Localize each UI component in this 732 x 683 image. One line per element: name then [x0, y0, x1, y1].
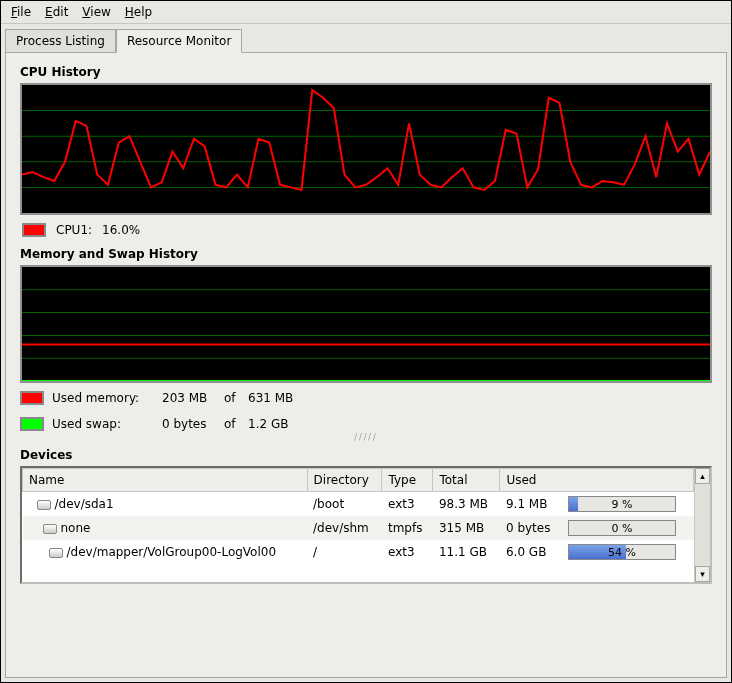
- cpu-history-title: CPU History: [20, 65, 712, 79]
- device-used: 0 bytes: [500, 516, 562, 540]
- device-total: 11.1 GB: [433, 540, 500, 564]
- used-memory-value: 203 MB: [162, 391, 224, 405]
- device-total: 315 MB: [433, 516, 500, 540]
- disk-icon: [37, 500, 51, 510]
- devices-table: Name Directory Type Total Used /dev/sda1…: [22, 468, 694, 564]
- used-swap-value: 0 bytes: [162, 417, 224, 431]
- menu-file[interactable]: File: [11, 5, 31, 19]
- device-name: /dev/sda1: [55, 497, 114, 511]
- disk-icon: [43, 524, 57, 534]
- memory-history-chart: [20, 265, 712, 383]
- used-memory-label: Used memory:: [52, 391, 162, 405]
- tab-process-listing[interactable]: Process Listing: [5, 29, 116, 53]
- usage-percent: 0 %: [569, 521, 675, 535]
- total-swap-value: 1.2 GB: [248, 417, 308, 431]
- scroll-up-icon[interactable]: ▴: [695, 468, 710, 484]
- device-used: 9.1 MB: [500, 492, 562, 517]
- col-name[interactable]: Name: [23, 469, 308, 492]
- used-memory-of: of: [224, 391, 248, 405]
- total-memory-value: 631 MB: [248, 391, 308, 405]
- memory-history-title: Memory and Swap History: [20, 247, 712, 261]
- usage-bar: 0 %: [568, 520, 676, 536]
- device-directory: /dev/shm: [307, 516, 382, 540]
- device-directory: /boot: [307, 492, 382, 517]
- table-row[interactable]: /dev/mapper/VolGroup00-LogVol00 / ext3 1…: [23, 540, 694, 564]
- table-row[interactable]: /dev/sda1 /boot ext3 98.3 MB 9.1 MB 9 %: [23, 492, 694, 517]
- col-type[interactable]: Type: [382, 469, 433, 492]
- memory-legend: Used memory: 203 MB of 631 MB Used swap:…: [20, 391, 712, 431]
- menu-help[interactable]: Help: [125, 5, 152, 19]
- system-monitor-window: File Edit View Help Process Listing Reso…: [0, 0, 732, 683]
- cpu-legend: CPU1: 16.0%: [20, 223, 712, 237]
- cpu-history-chart: [20, 83, 712, 215]
- used-memory-swatch: [20, 391, 44, 405]
- scroll-down-icon[interactable]: ▾: [695, 566, 710, 582]
- devices-title: Devices: [20, 448, 712, 462]
- used-swap-swatch: [20, 417, 44, 431]
- menu-edit[interactable]: Edit: [45, 5, 68, 19]
- col-directory[interactable]: Directory: [307, 469, 382, 492]
- col-total[interactable]: Total: [433, 469, 500, 492]
- used-swap-label: Used swap:: [52, 417, 162, 431]
- table-row[interactable]: none /dev/shm tmpfs 315 MB 0 bytes 0 %: [23, 516, 694, 540]
- device-used: 6.0 GB: [500, 540, 562, 564]
- device-total: 98.3 MB: [433, 492, 500, 517]
- tab-resource-monitor[interactable]: Resource Monitor: [116, 29, 242, 53]
- device-name: /dev/mapper/VolGroup00-LogVol00: [67, 545, 277, 559]
- cpu1-color-swatch: [22, 223, 46, 237]
- usage-percent: 9 %: [569, 497, 675, 511]
- usage-percent: 54 %: [569, 545, 675, 559]
- devices-panel: Name Directory Type Total Used /dev/sda1…: [20, 466, 712, 584]
- device-directory: /: [307, 540, 382, 564]
- disk-icon: [49, 548, 63, 558]
- used-swap-of: of: [224, 417, 248, 431]
- tab-bar: Process Listing Resource Monitor: [1, 24, 731, 52]
- device-name: none: [61, 521, 91, 535]
- usage-bar: 54 %: [568, 544, 676, 560]
- cpu1-label: CPU1:: [56, 223, 92, 237]
- menu-view[interactable]: View: [82, 5, 110, 19]
- device-type: tmpfs: [382, 516, 433, 540]
- cpu1-value: 16.0%: [102, 223, 140, 237]
- menubar: File Edit View Help: [1, 1, 731, 24]
- pane-grip[interactable]: /////: [20, 433, 712, 442]
- device-type: ext3: [382, 540, 433, 564]
- content-pane: CPU History CPU1: 16.0% Memory and Swap …: [5, 52, 727, 678]
- usage-bar: 9 %: [568, 496, 676, 512]
- col-used[interactable]: Used: [500, 469, 694, 492]
- devices-scrollbar[interactable]: ▴ ▾: [694, 468, 710, 582]
- device-type: ext3: [382, 492, 433, 517]
